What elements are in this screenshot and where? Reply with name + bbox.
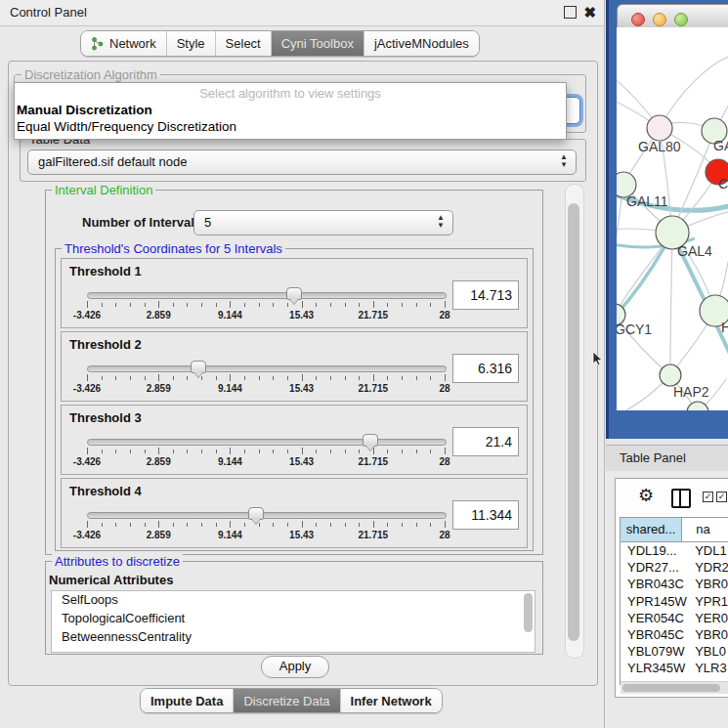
tab-discretize-data[interactable]: Discretize Data (234, 689, 340, 712)
list-item[interactable]: TopologicalCoefficient (52, 610, 535, 628)
table-row[interactable]: YBR045CYBR0 (621, 626, 728, 643)
node-gal80[interactable] (647, 115, 672, 141)
tab-infer-network[interactable]: Infer Network (341, 689, 442, 712)
table-cell[interactable]: YDR27... (621, 559, 693, 576)
table-cell[interactable]: YDR2 (693, 559, 728, 576)
tick-mark (259, 376, 260, 380)
table-cell[interactable]: YPR145W (621, 593, 693, 610)
table-cell[interactable]: YBR043C (621, 576, 693, 592)
table-panel-title: Table Panel (620, 450, 686, 465)
table-cell[interactable]: YPR1 (693, 593, 728, 610)
close-icon[interactable]: ✖ (583, 6, 596, 19)
table-cell[interactable]: YBL079W (621, 643, 693, 660)
gear-icon[interactable]: ⚙ (638, 485, 654, 506)
threshold-3-slider[interactable]: -3.4262.8599.14415.4321.71528 (87, 435, 445, 472)
tick-label: 28 (439, 383, 450, 394)
table-data-combobox[interactable]: galFiltered.sif default node ▲▼ (27, 150, 577, 175)
list-item[interactable]: SelfLoops (52, 591, 535, 610)
threshold-4-value[interactable]: 11.344 (452, 500, 519, 530)
threshold-2-slider[interactable]: -3.4262.8599.14415.4321.71528 (87, 362, 445, 399)
discretization-algorithm-label: Discretization Algorithm (21, 67, 160, 82)
network-edge[interactable] (617, 236, 670, 319)
tick-mark (102, 450, 103, 453)
tick-label: 21.715 (359, 530, 389, 540)
threshold-1-value[interactable]: 14.713 (452, 280, 519, 310)
apply-button[interactable]: Apply (261, 656, 329, 678)
table-row[interactable]: YDR27...YDR2 (621, 559, 728, 576)
table-cell[interactable]: YLR3 (693, 660, 728, 676)
network-edge[interactable] (617, 185, 623, 291)
table-cell[interactable]: YER0 (693, 610, 728, 626)
tab-cyni-toolbox[interactable]: Cyni Toolbox (272, 31, 364, 56)
tick-mark (173, 450, 174, 453)
tick-mark (416, 303, 417, 307)
checkbox-icon[interactable]: ✓ (703, 492, 713, 502)
table-row[interactable]: YBL079WYBL0 (621, 643, 728, 660)
tab-jactivemnodules[interactable]: jActiveMNodules (364, 31, 479, 56)
node-hap2[interactable] (660, 364, 681, 386)
tick-mark (387, 303, 388, 307)
tab-impute-data[interactable]: Impute Data (141, 689, 234, 712)
mouse-cursor (592, 352, 603, 366)
float-window-icon[interactable] (564, 6, 577, 19)
slider-handle[interactable] (363, 434, 378, 447)
node-bottom-partial[interactable] (687, 402, 708, 410)
table-data-selected-value: galFiltered.sif default node (38, 154, 187, 169)
network-canvas[interactable]: GAL80GACGAL11GAL4GCY1HHAP2 (617, 27, 728, 410)
threshold-2-panel: Threshold 2 -3.4262.8599.14415.4321.7152… (61, 331, 528, 402)
tick-mark (273, 303, 274, 307)
tab-network[interactable]: Network (81, 31, 167, 56)
column-header-shared-name[interactable]: shared... (621, 518, 682, 541)
table-cell[interactable]: YBR0 (693, 576, 728, 592)
table-cell[interactable]: YBL0 (693, 643, 728, 660)
table-row[interactable]: YDL19...YDL1 (621, 542, 728, 559)
slider-track (87, 365, 447, 372)
threshold-4-slider[interactable]: -3.4262.8599.14415.4321.71528 (87, 508, 445, 545)
tab-label: Network (109, 36, 156, 51)
slider-handle[interactable] (286, 287, 302, 300)
tick-mark (244, 376, 245, 380)
table-cell[interactable]: YBR045C (621, 626, 693, 643)
top-tabbar: Network Style Select Cyni Toolbox jActiv… (80, 30, 480, 57)
table-cell[interactable]: YDL1 (693, 542, 728, 559)
table-hscrollbar-thumb[interactable] (622, 684, 720, 692)
tick-mark (115, 303, 116, 307)
table-hscrollbar[interactable] (621, 681, 728, 694)
threshold-2-value[interactable]: 6.316 (452, 354, 519, 383)
close-traffic-light-icon[interactable] (631, 13, 645, 26)
table-cell[interactable]: YDL19... (621, 542, 693, 559)
tab-label: Select (226, 36, 261, 51)
slider-handle[interactable] (248, 507, 264, 520)
network-edge[interactable] (660, 57, 728, 128)
dropdown-option-equal-width-frequency[interactable]: Equal Width/Frequency Discretization (17, 119, 236, 134)
table-cell[interactable]: YER054C (621, 610, 693, 626)
zoom-traffic-light-icon[interactable] (674, 13, 688, 26)
list-item[interactable]: BetweennessCentrality (52, 628, 535, 647)
tab-select[interactable]: Select (216, 31, 272, 56)
table-row[interactable]: YBR043CYBR0 (621, 576, 728, 592)
checkbox-icon[interactable]: ✓ (716, 492, 727, 502)
table-row[interactable]: YLR345WYLR3 (621, 660, 728, 676)
network-edge[interactable] (670, 233, 672, 375)
tab-style[interactable]: Style (167, 31, 216, 56)
split-columns-icon[interactable] (671, 489, 691, 508)
table-cell[interactable]: YLR345W (621, 660, 693, 676)
panel-scrollbar-thumb[interactable] (568, 203, 579, 641)
tick-mark (173, 376, 174, 380)
number-of-intervals-combobox[interactable]: 5 ▲▼ (193, 210, 453, 236)
slider-handle[interactable] (191, 361, 206, 373)
numerical-attributes-list[interactable]: SelfLoops TopologicalCoefficient Between… (51, 590, 535, 653)
node-label: GAL4 (677, 243, 712, 259)
table-row[interactable]: YER054CYER0 (621, 610, 728, 626)
tick-mark (373, 521, 374, 528)
threshold-3-value[interactable]: 21.4 (452, 427, 519, 456)
threshold-1-slider[interactable]: -3.4262.8599.14415.4321.71528 (87, 288, 445, 325)
tick-label: 28 (439, 310, 450, 321)
minimize-traffic-light-icon[interactable] (653, 13, 666, 26)
list-scrollbar[interactable] (524, 593, 533, 632)
table-row[interactable]: YPR145WYPR1 (621, 593, 728, 610)
network-window-titlebar[interactable] (617, 4, 728, 29)
dropdown-option-manual-discretization[interactable]: Manual Discretization (17, 103, 152, 117)
table-cell[interactable]: YBR0 (693, 626, 728, 643)
column-header-name[interactable]: na (682, 518, 728, 541)
